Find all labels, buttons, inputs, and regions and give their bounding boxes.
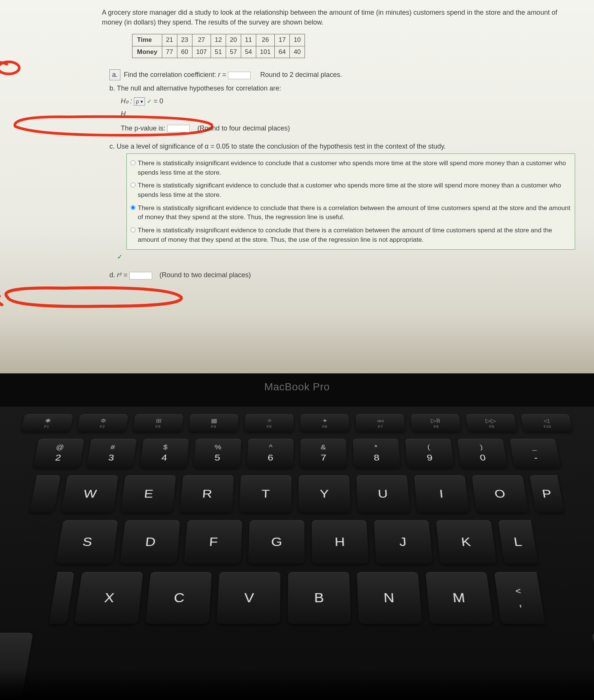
row-label: Money [132, 46, 162, 58]
key-f4[interactable]: ▦F4 [189, 414, 239, 432]
key-9[interactable]: (9 [405, 439, 454, 468]
key-y[interactable]: Y [299, 475, 351, 513]
key-6[interactable]: ^6 [247, 439, 294, 468]
radio-option[interactable]: There is statistically insignificant evi… [130, 224, 572, 246]
key-2[interactable]: @2 [33, 439, 85, 468]
key-f1[interactable]: ✱F1 [21, 414, 73, 432]
keyboard-row-asdf: S D F G H J K L [0, 520, 594, 564]
question-b: b. The null and alternative hypotheses f… [109, 83, 575, 93]
key-v[interactable]: V [217, 572, 280, 624]
key-f7[interactable]: ◃◃F7 [355, 414, 405, 432]
key-edge[interactable] [29, 475, 60, 513]
key-k[interactable]: K [436, 520, 497, 564]
laptop-label: MacBook Pro [0, 381, 594, 393]
key-h[interactable]: H [312, 520, 369, 564]
keyboard-row-qwerty: W E R T Y U I O P [0, 475, 594, 513]
problem-intro: A grocery store manager did a study to l… [102, 8, 575, 27]
key-f9[interactable]: ▷▷F9 [466, 414, 517, 432]
question-c: c. Use a level of significance of α = 0.… [109, 141, 575, 151]
pvalue-row: The p-value is: (Round to four decimal p… [121, 123, 575, 133]
keyboard-numrow: @2 #3 $4 %5 ^6 &7 *8 (9 )0 _- [0, 439, 594, 468]
radio-option[interactable]: There is statistically significant evide… [130, 179, 572, 201]
key-dash[interactable]: _- [510, 439, 561, 468]
row-label: Time [132, 34, 162, 46]
radio-input[interactable] [131, 183, 135, 187]
question-a: a. Find the correlation coefficient: r =… [109, 69, 575, 80]
h1-row: H [121, 109, 575, 119]
laptop-screen: A grocery store manager did a study to l… [0, 0, 594, 373]
key-t[interactable]: T [239, 475, 291, 513]
r2-input[interactable] [129, 272, 152, 279]
part-label: a. [109, 69, 120, 80]
key-5[interactable]: %5 [194, 439, 241, 468]
red-annotation-a [0, 57, 26, 76]
key-d[interactable]: D [120, 520, 180, 564]
pvalue-input[interactable] [167, 125, 190, 132]
key-s[interactable]: S [56, 520, 118, 564]
key-b[interactable]: B [288, 572, 351, 624]
key-f5[interactable]: ✧F5 [245, 414, 294, 432]
key-4[interactable]: $4 [140, 439, 189, 468]
key-0[interactable]: )0 [457, 439, 508, 468]
red-annotation-d [0, 283, 200, 313]
svg-point-0 [0, 62, 19, 74]
key-w[interactable]: W [61, 475, 118, 513]
key-e[interactable]: E [121, 475, 176, 513]
key-f6[interactable]: ✦F6 [300, 414, 349, 432]
key-l[interactable]: L [498, 520, 538, 564]
r-input[interactable] [228, 72, 251, 79]
key-7[interactable]: &7 [300, 439, 347, 468]
key-u[interactable]: U [356, 475, 410, 513]
radio-input[interactable] [131, 160, 135, 165]
radio-input[interactable] [131, 205, 135, 210]
key-command-right[interactable]: ⌘ [592, 633, 594, 662]
options-box: There is statistically insignificant evi… [126, 154, 575, 250]
key-f2[interactable]: ✲F2 [77, 414, 128, 432]
keyboard-frow: ✱F1 ✲F2 ⊞F3 ▦F4 ✧F5 ✦F6 ◃◃F7 ▷IIF8 ▷▷F9 … [0, 414, 594, 432]
key-f8[interactable]: ▷IIF8 [411, 414, 461, 432]
key-i[interactable]: I [414, 475, 469, 513]
radio-input[interactable] [131, 227, 135, 232]
table-row: Time 21 23 27 12 20 11 26 17 10 [132, 34, 305, 46]
key-m[interactable]: M [425, 572, 493, 624]
radio-option[interactable]: There is statistically significant evide… [130, 202, 572, 224]
key-o[interactable]: O [472, 475, 529, 513]
key-f[interactable]: F [184, 520, 242, 564]
key-f10[interactable]: ◁F10 [521, 414, 573, 432]
key-8[interactable]: *8 [353, 439, 400, 468]
key-j[interactable]: J [374, 520, 433, 564]
problem-content: A grocery store manager did a study to l… [102, 8, 575, 280]
key-x[interactable]: X [74, 572, 143, 624]
keyboard: ✱F1 ✲F2 ⊞F3 ▦F4 ✧F5 ✦F6 ◃◃F7 ▷IIF8 ▷▷F9 … [0, 407, 594, 700]
keyboard-row-zxcv: X C V B N M < , [0, 572, 594, 624]
h0-row: H₀ : ρ ▾ ✓ = 0 [121, 96, 575, 106]
key-c[interactable]: C [145, 572, 212, 624]
radio-option[interactable]: There is statistically insignificant evi… [130, 157, 572, 179]
table-row: Money 77 60 107 51 57 54 101 64 40 [132, 46, 305, 58]
key-edge[interactable] [49, 572, 74, 624]
key-g[interactable]: G [248, 520, 305, 564]
check-icon: ✓ [117, 252, 575, 262]
key-p[interactable]: P [529, 475, 565, 513]
fade [0, 670, 594, 700]
h0-select[interactable]: ρ ▾ [134, 97, 145, 106]
key-f3[interactable]: ⊞F3 [133, 414, 183, 432]
check-icon: ✓ [147, 98, 152, 104]
key-n[interactable]: N [357, 572, 422, 624]
question-d: d. r² = (Round to two decimal places) [109, 270, 575, 280]
key-comma[interactable]: < , [494, 572, 545, 624]
key-r[interactable]: R [180, 475, 234, 513]
key-3[interactable]: #3 [86, 439, 137, 468]
data-table: Time 21 23 27 12 20 11 26 17 10 Money 77… [132, 34, 305, 58]
